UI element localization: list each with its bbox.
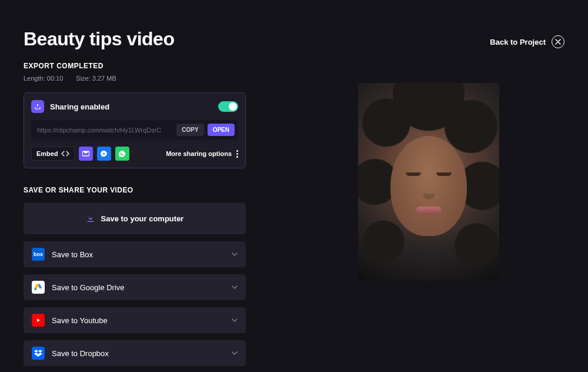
save-to-computer-button[interactable]: Save to your computer bbox=[24, 202, 246, 234]
copy-button[interactable]: COPY bbox=[176, 124, 203, 136]
size-meta: Size: 3.27 MB bbox=[76, 75, 116, 82]
export-meta: Length: 00:10 Size: 3.27 MB bbox=[24, 75, 564, 82]
save-row-label: Save to Youtube bbox=[52, 316, 108, 325]
more-icon bbox=[236, 150, 238, 158]
messenger-icon[interactable] bbox=[97, 147, 111, 161]
embed-button[interactable]: Embed bbox=[31, 147, 75, 161]
share-url-row: https://clipchamp.com/watch/Hy1LWrqDsrC … bbox=[31, 120, 238, 140]
share-url[interactable]: https://clipchamp.com/watch/Hy1LWrqDsrC bbox=[37, 127, 173, 134]
page-title: Beauty tips video bbox=[24, 28, 174, 50]
export-status: EXPORT COMPLETED bbox=[24, 62, 564, 70]
youtube-icon bbox=[32, 314, 45, 327]
save-to-youtube[interactable]: Save to Youtube bbox=[24, 307, 246, 333]
save-row-label: Save to Google Drive bbox=[52, 283, 125, 292]
length-meta: Length: 00:10 bbox=[24, 75, 63, 82]
more-label: More sharing options bbox=[166, 150, 232, 157]
google-drive-icon bbox=[32, 281, 45, 294]
more-sharing-options[interactable]: More sharing options bbox=[166, 150, 238, 158]
save-row-label: Save to Box bbox=[52, 250, 93, 259]
share-icon bbox=[31, 100, 44, 113]
save-to-box[interactable]: box Save to Box bbox=[24, 241, 246, 267]
mail-icon[interactable] bbox=[79, 147, 93, 161]
download-icon bbox=[86, 214, 95, 223]
save-section-title: SAVE OR SHARE YOUR VIDEO bbox=[24, 186, 246, 194]
open-button[interactable]: OPEN bbox=[208, 124, 235, 136]
back-label: Back to Project bbox=[490, 38, 546, 46]
box-icon: box bbox=[32, 248, 45, 261]
close-icon bbox=[552, 35, 564, 48]
chevron-down-icon bbox=[232, 350, 238, 356]
chevron-down-icon bbox=[232, 284, 238, 290]
video-preview[interactable] bbox=[358, 83, 499, 281]
save-row-label: Save to Dropbox bbox=[52, 349, 109, 358]
sharing-panel: Sharing enabled https://clipchamp.com/wa… bbox=[24, 92, 246, 168]
dropbox-icon bbox=[32, 347, 45, 360]
whatsapp-icon[interactable] bbox=[115, 147, 129, 161]
embed-label: Embed bbox=[36, 150, 58, 157]
save-to-google-drive[interactable]: Save to Google Drive bbox=[24, 274, 246, 300]
chevron-down-icon bbox=[232, 317, 238, 323]
sharing-toggle[interactable] bbox=[218, 101, 238, 112]
code-icon bbox=[61, 151, 69, 157]
back-to-project-button[interactable]: Back to Project bbox=[490, 35, 564, 48]
chevron-down-icon bbox=[232, 251, 238, 257]
sharing-enabled-label: Sharing enabled bbox=[50, 102, 212, 111]
save-primary-label: Save to your computer bbox=[101, 214, 184, 223]
save-to-dropbox[interactable]: Save to Dropbox bbox=[24, 340, 246, 366]
